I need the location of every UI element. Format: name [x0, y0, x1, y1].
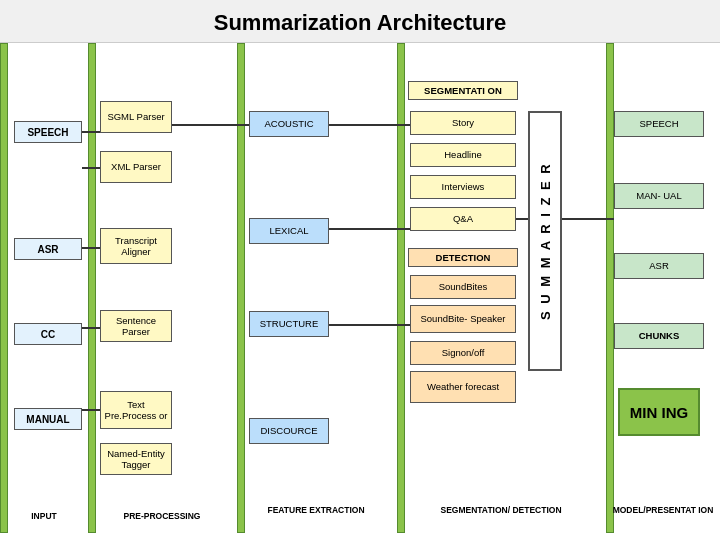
qa-box: Q&A [410, 207, 516, 231]
col-strip-5 [606, 43, 614, 533]
col-strip-4 [397, 43, 405, 533]
named-entity-tagger-box: Named-Entity Tagger [100, 443, 172, 475]
chunks-out-box: CHUNKS [614, 323, 704, 349]
structure-box: STRUCTURE [249, 311, 329, 337]
input-speech: SPEECH [14, 121, 82, 143]
acoustic-box: ACOUSTIC [249, 111, 329, 137]
arrow-speech-sgml [82, 131, 100, 133]
soundbite-speaker-box: SoundBite- Speaker [410, 305, 516, 333]
sentence-parser-box: Sentence Parser [100, 310, 172, 342]
input-asr: ASR [14, 238, 82, 260]
input-manual: MANUAL [14, 408, 82, 430]
arrow-acoustic-story [329, 124, 410, 126]
arrow-sgml-acoustic [172, 124, 249, 126]
page-title: Summarization Architecture [0, 0, 720, 43]
col-strip-2 [88, 43, 96, 533]
speech-out-box: SPEECH [614, 111, 704, 137]
col-label-input: INPUT [0, 511, 88, 521]
manual-out-box: MAN- UAL [614, 183, 704, 209]
segmentation-header: SEGMENTATI ON [408, 81, 518, 100]
transcript-aligner-box: Transcript Aligner [100, 228, 172, 264]
col-strip-1 [0, 43, 8, 533]
xml-parser-box: XML Parser [100, 151, 172, 183]
story-box: Story [410, 111, 516, 135]
arrow-lexical-seg [329, 228, 410, 230]
arrow-manual-text [82, 409, 100, 411]
text-preprocessor-box: Text Pre.Process or [100, 391, 172, 429]
soundbites-box: SoundBites [410, 275, 516, 299]
discourse-box: DISCOURCE [249, 418, 329, 444]
col-label-segdet: SEGMENTATION/ DETECTION [397, 505, 605, 516]
detection-header: DETECTION [408, 248, 518, 267]
arrow-structure-det [329, 324, 410, 326]
arrow-sum-model [562, 218, 614, 220]
weather-forecast-box: Weather forecast [410, 371, 516, 403]
lexical-box: LEXICAL [249, 218, 329, 244]
input-cc: CC [14, 323, 82, 345]
signon-off-box: Signon/off [410, 341, 516, 365]
arrow-seg-sum [516, 218, 528, 220]
arrow-cc-sentence [82, 327, 100, 329]
headline-box: Headline [410, 143, 516, 167]
asr-out-box: ASR [614, 253, 704, 279]
col-label-model: MODEL/PRESENTAT ION [606, 505, 720, 516]
col-label-preprocessing: PRE-PROCESSING [88, 511, 236, 521]
mining-box: MIN ING [618, 388, 700, 436]
sgml-parser-box: SGML Parser [100, 101, 172, 133]
summarizer-box: S U M M A R I Z E R [528, 111, 562, 371]
col-label-feature: FEATURE EXTRACTION [237, 505, 395, 516]
arrow-asr-transcript [82, 247, 100, 249]
col-strip-3 [237, 43, 245, 533]
arrow-speech-xml [82, 167, 100, 169]
diagram-area: SPEECH ASR CC MANUAL SGML Parser XML Par… [0, 43, 720, 540]
interviews-box: Interviews [410, 175, 516, 199]
